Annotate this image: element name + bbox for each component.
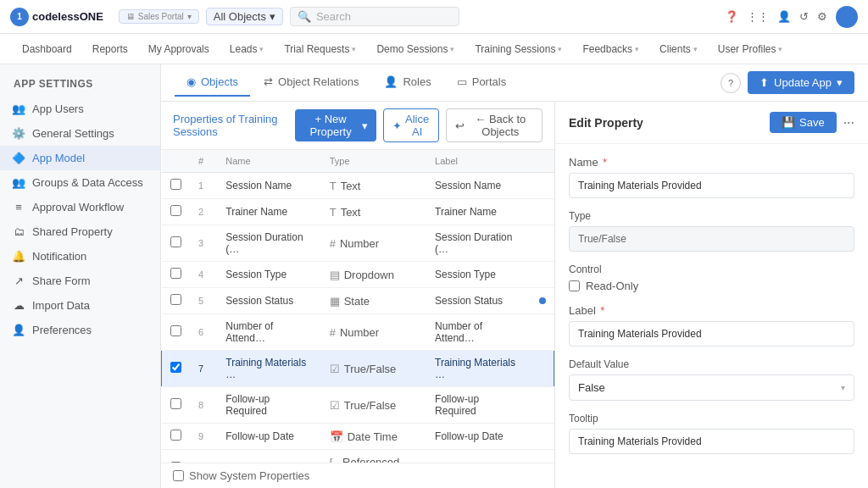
- update-chevron: ▾: [837, 76, 843, 89]
- nav-user-profiles[interactable]: User Profiles ▾: [709, 38, 792, 60]
- table-row[interactable]: 4 Session Type ▤ Dropdown Session Type: [162, 262, 554, 288]
- row-name: Follow-up Required: [217, 387, 320, 424]
- nav-reports[interactable]: Reports: [84, 38, 136, 60]
- nav-clients[interactable]: Clients ▾: [651, 38, 706, 60]
- sidebar-item-general-settings[interactable]: ⚙️ General Settings: [0, 121, 160, 146]
- update-app-button[interactable]: ⬆ Update App ▾: [748, 71, 854, 94]
- help-button[interactable]: ?: [721, 73, 741, 93]
- row-name: [REF] Client Name: [217, 450, 320, 463]
- menu-icon[interactable]: ⋮⋮: [747, 10, 769, 23]
- row-checkbox[interactable]: [170, 325, 181, 336]
- table-row[interactable]: 1 Session Name T Text Session Name: [162, 173, 554, 199]
- refresh-icon[interactable]: ↺: [799, 10, 809, 23]
- row-status: [531, 387, 554, 424]
- nav-leads[interactable]: Leads ▾: [221, 38, 273, 60]
- nav-training-sessions[interactable]: Training Sessions ▾: [466, 38, 570, 60]
- tab-portals[interactable]: ▭ Portals: [445, 69, 518, 97]
- type-label: Text: [341, 180, 361, 192]
- type-icon: #: [330, 237, 336, 250]
- alice-label: Alice AI: [405, 113, 430, 138]
- sidebar-item-shared-property[interactable]: 🗂 Shared Property: [0, 219, 160, 244]
- th-type: Type: [321, 150, 426, 173]
- type-icon: T: [330, 180, 337, 192]
- table-row[interactable]: 7 Training Materials … ☑ True/False Trai…: [162, 351, 554, 387]
- tab-roles-label: Roles: [403, 75, 431, 88]
- sidebar-label-app-model: App Model: [32, 152, 85, 164]
- table-row[interactable]: 3 Session Duration (… # Number Session D…: [162, 225, 554, 262]
- sidebar-item-groups-data-access[interactable]: 👥 Groups & Data Access: [0, 170, 160, 195]
- save-button[interactable]: 💾 Save: [770, 112, 837, 133]
- show-system-properties-checkbox[interactable]: [173, 470, 184, 481]
- user-icon[interactable]: 👤: [777, 10, 791, 23]
- type-icon: #: [330, 326, 336, 339]
- table-row[interactable]: 8 Follow-up Required ☑ True/False Follow…: [162, 387, 554, 424]
- tab-roles[interactable]: 👤 Roles: [372, 69, 442, 97]
- row-label: Trainer Name: [426, 199, 530, 225]
- tooltip-input[interactable]: [569, 429, 854, 454]
- show-system-properties-row[interactable]: Show System Properties: [161, 463, 554, 488]
- search-box[interactable]: 🔍 Search: [290, 7, 459, 26]
- table-row[interactable]: 6 Number of Attend… # Number Number of A…: [162, 314, 554, 351]
- table-row[interactable]: 9 Follow-up Date 📅 Date Time Follow-up D…: [162, 424, 554, 450]
- sidebar-item-import-data[interactable]: ☁ Import Data: [0, 293, 160, 318]
- row-checkbox[interactable]: [170, 294, 181, 305]
- table-row[interactable]: 5 Session Status ▦ State Session Status: [162, 288, 554, 314]
- avatar[interactable]: [836, 6, 858, 28]
- new-property-chevron: ▾: [362, 119, 368, 132]
- row-status: [531, 351, 554, 387]
- control-field-label: Control: [569, 263, 854, 275]
- sidebar-item-approval-workflow[interactable]: ≡ Approval Workflow: [0, 195, 160, 219]
- row-label: Training Materials …: [426, 351, 530, 387]
- sidebar-item-share-form[interactable]: ↗ Share Form: [0, 269, 160, 293]
- type-icon: ▤: [330, 269, 340, 281]
- all-objects-button[interactable]: All Objects ▾: [206, 8, 283, 25]
- settings-icon[interactable]: ⚙: [817, 10, 827, 23]
- row-checkbox[interactable]: [170, 179, 181, 190]
- label-input[interactable]: [569, 321, 854, 347]
- nav-feedbacks[interactable]: Feedbacks ▾: [574, 38, 648, 60]
- row-name: Session Name: [217, 173, 320, 199]
- sidebar-label-share-form: Share Form: [32, 274, 91, 287]
- nav-dashboard[interactable]: Dashboard: [14, 38, 81, 60]
- row-checkbox[interactable]: [170, 205, 181, 216]
- nav-trial-requests[interactable]: Trial Requests ▾: [275, 38, 364, 60]
- sidebar-item-notification[interactable]: 🔔 Notification: [0, 244, 160, 269]
- nav-my-approvals[interactable]: My Approvals: [140, 38, 218, 60]
- app-badge[interactable]: 🖥 Sales Portal ▾: [119, 9, 199, 24]
- top-nav: 1 codelessONE 🖥 Sales Portal ▾ All Objec…: [0, 0, 868, 34]
- row-checkbox[interactable]: [170, 268, 181, 279]
- default-value-select[interactable]: False ▾: [569, 374, 854, 401]
- main-layout: App Settings 👥 App Users ⚙️ General Sett…: [0, 64, 868, 488]
- row-name: Training Materials …: [217, 351, 320, 387]
- tab-objects[interactable]: ◉ Objects: [175, 69, 250, 97]
- row-name: Number of Attend…: [217, 314, 320, 351]
- type-label: Number: [340, 326, 379, 339]
- th-name: Name: [217, 150, 320, 173]
- row-checkbox[interactable]: [170, 362, 181, 373]
- name-required-indicator: *: [603, 156, 607, 169]
- new-property-button[interactable]: + New Property ▾: [295, 109, 376, 141]
- th-num: #: [190, 150, 217, 173]
- type-label: Number: [340, 237, 379, 250]
- table-row[interactable]: 2 Trainer Name T Text Trainer Name: [162, 199, 554, 225]
- sidebar-label-general-settings: General Settings: [32, 127, 114, 140]
- help-icon[interactable]: ❓: [725, 10, 738, 23]
- name-field-group: Name *: [569, 156, 854, 198]
- row-num: 5: [190, 288, 217, 314]
- alice-ai-button[interactable]: ✦ Alice AI: [383, 108, 439, 142]
- nav-demo-sessions[interactable]: Demo Sessions ▾: [368, 38, 463, 60]
- sidebar-item-preferences[interactable]: 👤 Preferences: [0, 318, 160, 342]
- tab-object-relations[interactable]: ⇄ Object Relations: [252, 69, 370, 97]
- more-options-button[interactable]: ···: [843, 115, 854, 130]
- name-input[interactable]: [569, 173, 854, 198]
- table-row[interactable]: 10 [REF] Client Name [ ] Referenced P… C…: [162, 450, 554, 463]
- readonly-checkbox-row[interactable]: Read-Only: [569, 280, 854, 292]
- row-checkbox[interactable]: [170, 398, 181, 409]
- name-field-label: Name *: [569, 156, 854, 169]
- sidebar-item-app-model[interactable]: 🔷 App Model: [0, 146, 160, 170]
- row-checkbox[interactable]: [170, 236, 181, 247]
- readonly-checkbox[interactable]: [569, 280, 580, 291]
- row-checkbox[interactable]: [170, 430, 181, 441]
- back-to-objects-button[interactable]: ↩ ← Back to Objects: [446, 108, 542, 142]
- sidebar-item-app-users[interactable]: 👥 App Users: [0, 97, 160, 121]
